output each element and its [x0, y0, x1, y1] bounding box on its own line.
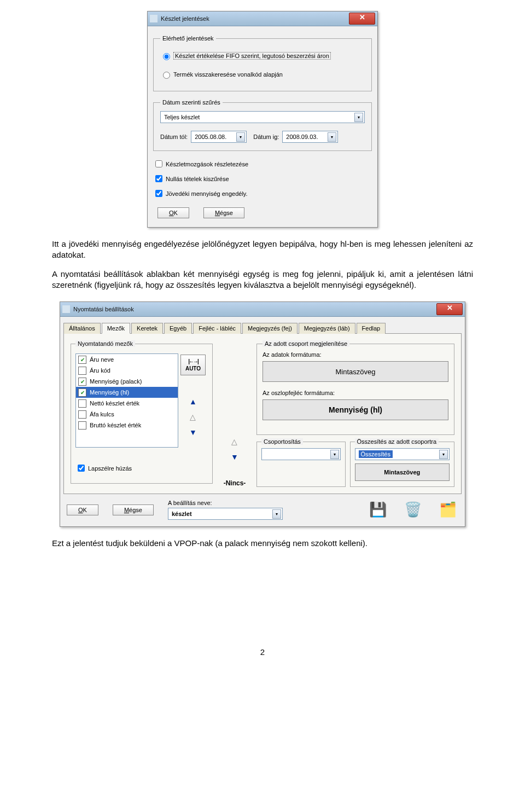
header-format-label: Az oszlopfejléc formátuma:	[262, 390, 448, 396]
window-icon	[150, 15, 158, 22]
list-item[interactable]: ✔Nettó készlet érték	[76, 398, 178, 409]
ok-button[interactable]: OK	[67, 504, 98, 515]
date-to-label: Dátum ig:	[253, 134, 279, 140]
sum-group: Összesítés az adott csoportra Összesítés…	[350, 438, 454, 487]
list-item[interactable]: ✔Áru neve	[76, 354, 178, 365]
list-item[interactable]: ✔Mennyiség (hl)	[76, 387, 178, 398]
close-icon[interactable]: ✕	[436, 303, 463, 315]
group-display-legend: Az adott csoport megjelenítése	[262, 340, 349, 347]
sum-combo[interactable]: Összesítés ▾	[355, 448, 450, 460]
available-reports-group: Elérhető jelentések Készlet értékelése F…	[153, 35, 372, 91]
available-reports-legend: Elérhető jelentések	[160, 35, 216, 42]
tab-note-foot[interactable]: Megjegyzés (láb)	[299, 323, 355, 334]
cancel-button[interactable]: Mégse	[203, 207, 244, 218]
cancel-button[interactable]: Mégse	[113, 504, 154, 515]
window-icon	[62, 305, 70, 313]
none-label: -Nincs-	[224, 479, 246, 487]
excise-label: Jövedéki mennyiség engedély.	[166, 190, 248, 197]
close-icon[interactable]: ✕	[349, 13, 375, 25]
date-from-label: Dátum tól:	[160, 134, 188, 140]
chevron-down-icon[interactable]: ▾	[330, 450, 339, 459]
transfer-up-icon[interactable]: △	[231, 437, 237, 446]
paragraph-1: Itt a jövedéki mennyiség engedélyezése j…	[52, 239, 473, 261]
null-filter-checkbox[interactable]	[155, 175, 162, 182]
header-format-preview[interactable]: Mennyiség (hl)	[262, 399, 448, 420]
save-icon[interactable]: 💾	[368, 501, 388, 519]
ok-button[interactable]: OK	[158, 207, 189, 218]
page-number: 2	[52, 647, 473, 657]
null-filter-label: Nullás tételek kiszűrése	[166, 176, 229, 182]
tab-header-footer[interactable]: Fejléc - lábléc	[193, 323, 241, 334]
date-to-input[interactable]: 2008.09.03. ▾	[282, 131, 338, 143]
move-up-icon[interactable]: ▲	[189, 397, 197, 406]
print-fields-legend: Nyomtatandó mezők	[75, 340, 135, 347]
report-fifo-label: Készlet értékelése FIFO szerint, legutos…	[173, 52, 331, 60]
transfer-down-icon[interactable]: ▼	[231, 453, 238, 461]
report-fifo-radio[interactable]	[163, 53, 170, 60]
print-settings-dialog: Nyomtatási beállítások ✕ Álltalános Mező…	[60, 301, 465, 527]
paragraph-3: Ezt a jelentést tudjuk beküldeni a VPOP-…	[52, 538, 473, 549]
tab-note-head[interactable]: Megjegyzés (fej)	[242, 323, 298, 334]
date-filter-group: Dátum szerinti szűrés Teljes készlet ▾ D…	[153, 99, 372, 151]
grouping-group: Csoportosítás ▾	[256, 438, 346, 487]
list-item[interactable]: ✔Áfa kulcs	[76, 409, 178, 420]
list-item[interactable]: ✔Mennyiség (palack)	[76, 376, 178, 387]
tab-other[interactable]: Egyéb	[164, 323, 192, 334]
move-down-icon[interactable]: ▼	[189, 428, 197, 437]
detail-checkbox[interactable]	[155, 160, 162, 167]
width-arrows-icon: |←→|	[188, 358, 198, 364]
grouping-combo[interactable]: ▾	[261, 448, 341, 460]
date-filter-legend: Dátum szerinti szűrés	[160, 99, 223, 106]
report-barcode-label: Termék visszakeresése vonalkód alapján	[173, 71, 283, 78]
report-barcode-radio[interactable]	[163, 72, 170, 79]
inventory-reports-dialog: Készlet jelentések ✕ Elérhető jelentések…	[147, 11, 378, 228]
setting-name-combo[interactable]: készlet ▾	[168, 508, 283, 520]
dialog2-title: Nyomtatási beállítások	[73, 306, 134, 312]
tab-general[interactable]: Álltalános	[63, 323, 101, 334]
data-format-preview[interactable]: Mintaszöveg	[262, 361, 448, 382]
sum-legend: Összesítés az adott csoportra	[355, 438, 439, 445]
chevron-down-icon[interactable]: ▾	[439, 450, 448, 459]
list-item[interactable]: ✔Bruttó készlet érték	[76, 420, 178, 431]
chevron-down-icon[interactable]: ▾	[328, 132, 336, 142]
group-display: Az adott csoport megjelenítése Az adatok…	[256, 340, 454, 435]
detail-label: Készletmozgások részletezése	[166, 161, 248, 167]
delete-icon[interactable]: 🗑️	[402, 501, 423, 519]
copy-icon[interactable]: 🗂️	[438, 501, 458, 519]
tab-fields[interactable]: Mezők	[102, 323, 130, 334]
chevron-down-icon[interactable]: ▾	[272, 509, 281, 519]
scope-combo[interactable]: Teljes készlet ▾	[160, 111, 365, 123]
setting-name-label: A beállítás neve:	[168, 500, 353, 506]
ok-text: K	[174, 210, 178, 216]
paragraph-2: A nyomtatási beállítások ablakban két me…	[52, 269, 473, 291]
date-from-input[interactable]: 2005.08.08. ▾	[191, 131, 247, 143]
tab-frames[interactable]: Keretek	[131, 323, 163, 334]
dialog-title: Készlet jelentések	[161, 15, 209, 22]
tab-cover[interactable]: Fedlap	[357, 323, 386, 334]
print-fields-group: Nyomtatandó mezők ✔Áru neve ✔Áru kód ✔Me…	[71, 340, 213, 484]
grouping-legend: Csoportosítás	[261, 438, 303, 445]
fields-list[interactable]: ✔Áru neve ✔Áru kód ✔Mennyiség (palack) ✔…	[75, 353, 178, 448]
excise-checkbox[interactable]	[155, 190, 162, 197]
list-item[interactable]: ✔Áru kód	[76, 365, 178, 376]
sum-preview[interactable]: Mintaszöveg	[355, 463, 450, 481]
chevron-down-icon[interactable]: ▾	[354, 113, 363, 122]
edge-check-label: Lapszélre húzás	[88, 465, 132, 472]
tab-bar: Álltalános Mezők Keretek Egyéb Fejléc - …	[63, 322, 462, 334]
chevron-down-icon[interactable]: ▾	[236, 132, 245, 142]
move-up-hollow-icon[interactable]: △	[190, 413, 196, 421]
auto-width-button[interactable]: |←→| AUTO	[180, 355, 206, 375]
edge-check[interactable]	[78, 465, 85, 472]
data-format-label: Az adatok formátuma:	[262, 351, 448, 358]
